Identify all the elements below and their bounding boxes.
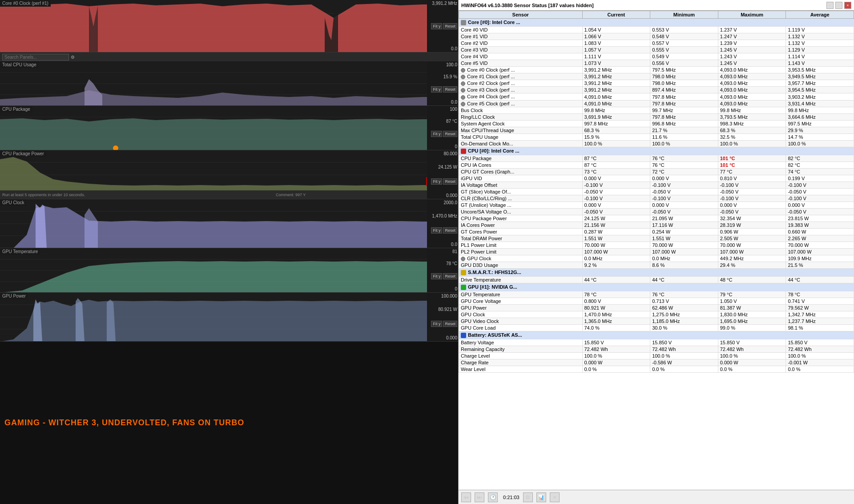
table-row: Core #4 VID1.111 V0.549 V1.243 V1.114 V <box>459 53 854 60</box>
table-row: Charge Level100.0 %100.0 %100.0 %100.0 % <box>459 353 854 359</box>
graph7-top-value: 100.000 <box>428 294 457 298</box>
graph3-fit-button[interactable]: Fit y <box>431 131 442 137</box>
settings-icon[interactable]: ⚙ <box>523 492 533 502</box>
graph1-reset-button[interactable]: Reset <box>443 23 457 29</box>
table-row: Charge Rate0.000 W-0.586 W0.000 W-0.001 … <box>459 359 854 366</box>
table-row: Core #0 Clock (perf ...3,991.2 MHz797.5 … <box>459 67 854 73</box>
graph4-top-value: 80.000 <box>428 151 457 156</box>
graph5-reset-button[interactable]: Reset <box>443 227 457 234</box>
table-row: CLR (CBo/LLC/Ring) ...-0.100 V-0.100 V-0… <box>459 195 854 202</box>
time-display: 0:21:03 <box>503 495 520 500</box>
graph5-mid-value: 1,470.0 MHz <box>428 214 457 218</box>
graph4-bottom-value: 0.000 <box>428 193 457 198</box>
graph6-fit-button[interactable]: Fit y <box>431 273 442 279</box>
graph-icon[interactable]: 📊 <box>536 492 546 502</box>
svg-text:Comment: 997 Y: Comment: 997 Y <box>276 193 306 197</box>
table-row: PL1 Power Limit70.000 W70.000 W70.000 W7… <box>459 242 854 248</box>
graph-cpu-usage: Total CPU Usage 100.0 15.9 % Fit y Reset <box>0 61 458 106</box>
section-header-row: Core [#0]: Intel Core ... <box>459 19 854 27</box>
graph6-reset-button[interactable]: Reset <box>443 273 457 279</box>
table-row: GT (Unslice) Voltage ...0.000 V0.000 V0.… <box>459 202 854 208</box>
table-row: Core #2 Clock (perf ...3,991.2 MHz798.0 … <box>459 80 854 87</box>
section-header-row: CPU [#0]: Intel Core ... <box>459 147 854 155</box>
graph1-title: Core #0 Clock (perf #1) <box>0 0 51 7</box>
table-row: Total CPU Usage15.9 %11.6 %32.5 %14.7 % <box>459 133 854 140</box>
col-current: Current <box>582 11 650 19</box>
graph4-reset-button[interactable]: Reset <box>443 178 457 185</box>
graph3-title: CPU Package <box>0 106 32 113</box>
svg-marker-4 <box>0 4 427 52</box>
table-row: Max CPU/Thread Usage68.3 %21.7 %68.3 %29… <box>459 127 854 133</box>
table-row: Battery Voltage15.850 V15.850 V15.850 V1… <box>459 339 854 346</box>
table-row: Core #5 VID1.073 V0.556 V1.245 V1.143 V <box>459 60 854 67</box>
graph6-bottom-value: 0 <box>428 286 457 291</box>
graph3-reset-button[interactable]: Reset <box>443 131 457 137</box>
table-row: IA Cores Power21.156 W17.116 W28.319 W19… <box>459 222 854 228</box>
graph6-title: GPU Temperature <box>0 248 40 255</box>
table-row: Core #2 VID1.083 V0.557 V1.239 V1.132 V <box>459 40 854 47</box>
table-row: GPU Video Clock1,365.0 MHz1,185.0 MHz1,6… <box>459 318 854 325</box>
col-average: Average <box>786 11 854 19</box>
svg-marker-17 <box>0 118 427 150</box>
close-button[interactable]: × <box>844 2 851 9</box>
graph2-mid-value: 15.9 % <box>428 74 457 79</box>
table-row: GPU Temperature78 °C76 °C79 °C78 °C <box>459 291 854 298</box>
hwinfo-panel: HWiNFO64 v6.10-3880 Sensor Status [187 v… <box>458 0 854 504</box>
table-row: GPU Core Load74.0 %30.0 %99.0 %98.1 % <box>459 325 854 331</box>
bottom-text-area: GAMING - WITCHER 3, UNDERVOLTED, FANS ON… <box>0 342 458 504</box>
graph6-mid-value: 78 °C <box>428 261 457 266</box>
table-row: Core #1 VID1.066 V0.548 V1.247 V1.132 V <box>459 33 854 40</box>
graph2-fit-button[interactable]: Fit y <box>431 86 442 93</box>
graph5-bottom-value: 0.0 <box>428 242 457 247</box>
table-row: GT Cores Power0.287 W0.254 W0.906 W0.660… <box>459 228 854 235</box>
clock-icon[interactable]: 🕐 <box>488 492 498 502</box>
minimize-button[interactable]: − <box>826 2 834 9</box>
graph4-title: CPU Package Power <box>0 150 46 157</box>
hwinfo-titlebar: HWiNFO64 v6.10-3880 Sensor Status [187 v… <box>459 0 854 11</box>
graph7-title: GPU Power <box>0 293 28 299</box>
graph-gpu-clock: GPU Clock 2000.0 1,470.0 MHz Fit y <box>0 199 458 248</box>
graph3-bottom-value: 0 <box>428 144 457 149</box>
close-status-icon[interactable]: ✕ <box>550 492 560 502</box>
graph6-top-value: 81 <box>428 249 457 254</box>
graph5-fit-button[interactable]: Fit y <box>431 227 442 234</box>
col-sensor: Sensor <box>459 11 583 19</box>
search-icon: ⚙ <box>71 55 75 60</box>
graph3-top-value: 100 <box>428 107 457 112</box>
col-maximum: Maximum <box>718 11 786 19</box>
graph-gpu-power: GPU Power 100.000 80.921 W <box>0 293 458 342</box>
prev-icon[interactable]: ⏮ <box>461 492 471 502</box>
graph1-fit-button[interactable]: Fit y <box>431 23 442 29</box>
table-row: GPU Power80.921 W62.486 W81.387 W79.562 … <box>459 305 854 311</box>
graph7-fit-button[interactable]: Fit y <box>431 321 442 327</box>
table-row: Core #3 Clock (perf ...3,991.2 MHz897.4 … <box>459 87 854 93</box>
svg-marker-44 <box>0 300 427 341</box>
table-row: CPU Package Power24.125 W21.095 W32.354 … <box>459 215 854 222</box>
graph-cpu-package: CPU Package 100 87 °C Fit y Reset <box>0 106 458 150</box>
graph7-reset-button[interactable]: Reset <box>443 321 457 327</box>
table-row: Uncore/SA Voltage O...-0.050 V-0.050 V-0… <box>459 208 854 215</box>
col-minimum: Minimum <box>650 11 718 19</box>
bottom-label: GAMING - WITCHER 3, UNDERVOLTED, FANS ON… <box>4 418 244 427</box>
section-header-row: GPU [#1]: NVIDIA G... <box>459 283 854 291</box>
table-row: Core #0 VID1.054 V0.553 V1.237 V1.119 V <box>459 27 854 33</box>
graph2-top-value: 100.0 <box>428 62 457 67</box>
search-input[interactable] <box>2 54 69 60</box>
hwinfo-sensor-table[interactable]: Sensor Current Minimum Maximum Average C… <box>459 11 854 490</box>
section-header-row: S.M.A.R.T.: HFHS12G... <box>459 268 854 276</box>
table-row: CPU GT Cores (Graph...73 °C72 °C77 °C74 … <box>459 168 854 175</box>
maximize-button[interactable]: □ <box>835 2 842 9</box>
table-row: GPU Clock1,470.0 MHz1,275.0 MHz1,830.0 M… <box>459 311 854 318</box>
table-row: PL2 Power Limit107.000 W107.000 W107.000… <box>459 248 854 255</box>
table-row: Bus Clock99.8 MHz99.7 MHz99.8 MHz99.8 MH… <box>459 107 854 113</box>
graph4-fit-button[interactable]: Fit y <box>431 178 442 185</box>
next-icon[interactable]: ⏭ <box>475 492 484 502</box>
graph-core-clock: Core #0 Clock (perf #1) 3,991.2 MHz <box>0 0 458 52</box>
hwinfo-statusbar: ⏮ ⏭ 🕐 0:21:03 ⚙ 📊 ✕ <box>459 490 854 504</box>
hwinfo-title: HWiNFO64 v6.10-3880 Sensor Status [187 v… <box>461 3 594 8</box>
table-row: Core #1 Clock (perf ...3,991.2 MHz798.0 … <box>459 73 854 80</box>
graph7-mid-value: 80.921 W <box>428 307 457 312</box>
table-row: GT (Slice) Voltage Of...-0.050 V-0.050 V… <box>459 188 854 195</box>
table-row: Core #4 Clock (perf ...4,091.0 MHz797.8 … <box>459 93 854 100</box>
graph2-reset-button[interactable]: Reset <box>443 86 457 93</box>
